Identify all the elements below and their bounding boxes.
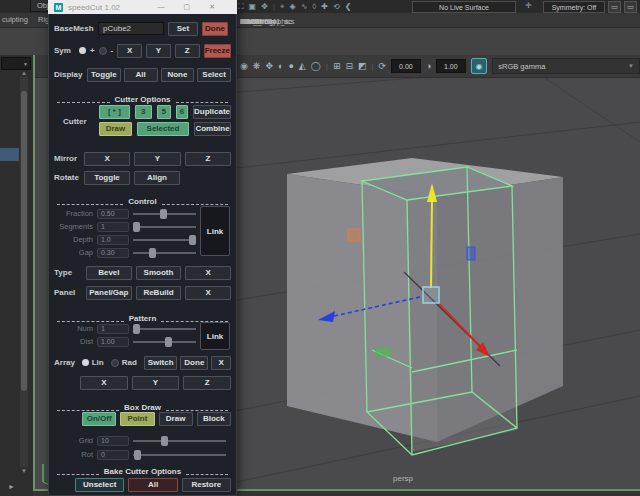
pattern-z-button[interactable]: Z bbox=[183, 376, 231, 390]
maximize-button[interactable]: ▢ bbox=[184, 3, 191, 11]
tab-malcolm341[interactable]: malcolm341_sc bbox=[240, 17, 292, 26]
xray-icon[interactable]: ⊟ bbox=[345, 61, 353, 71]
pattern-y-button[interactable]: Y bbox=[132, 376, 180, 390]
unselect-button[interactable]: Unselect bbox=[75, 478, 124, 492]
pattern-x-button[interactable]: X bbox=[80, 376, 128, 390]
basemesh-input[interactable] bbox=[98, 22, 164, 35]
aa-icon[interactable]: ◭ bbox=[299, 61, 306, 71]
no-live-surface-field[interactable]: No Live Surface bbox=[412, 1, 516, 13]
sym-y-button[interactable]: Y bbox=[146, 44, 171, 58]
control-link-button[interactable]: Link bbox=[200, 206, 230, 256]
symmetry-field[interactable]: Symmetry: Off bbox=[543, 1, 605, 13]
snap-plane-icon[interactable]: ◊ bbox=[312, 1, 316, 12]
depth-value[interactable]: 1.0 bbox=[97, 235, 129, 245]
panel-x-button[interactable]: X bbox=[185, 286, 231, 300]
wireframe-icon[interactable]: ◯ bbox=[311, 61, 321, 71]
done-button[interactable]: Done bbox=[202, 22, 228, 36]
ao-icon[interactable]: ● bbox=[288, 61, 293, 71]
selection-mask-icon[interactable]: ⛶ bbox=[238, 1, 244, 12]
color-management-icon[interactable]: ◉ bbox=[471, 58, 488, 74]
rotate-align-button[interactable]: Align bbox=[134, 171, 180, 185]
slider-handle[interactable] bbox=[149, 248, 156, 258]
array-lin-radio[interactable] bbox=[82, 359, 89, 366]
segments-slider[interactable] bbox=[133, 221, 196, 232]
camera-lock-icon[interactable]: ◉ bbox=[240, 61, 248, 71]
slider-handle[interactable] bbox=[165, 337, 172, 347]
texture-view-icon[interactable]: ◩ bbox=[358, 61, 367, 71]
close-button[interactable]: ✕ bbox=[209, 3, 215, 11]
num-value[interactable]: 1 bbox=[97, 324, 129, 334]
set-button[interactable]: Set bbox=[168, 22, 198, 36]
slider-handle[interactable] bbox=[134, 450, 141, 460]
speedcut-window[interactable]: M speedCut 1.02 — ▢ ✕ BaseMesh Set Done … bbox=[48, 0, 237, 496]
tab-sculpting[interactable]: culpting bbox=[2, 15, 28, 24]
light-icon[interactable]: ✥ bbox=[265, 61, 273, 71]
boxdraw-onoff-button[interactable]: On/Off bbox=[82, 412, 116, 426]
shadows-icon[interactable]: ◐ bbox=[278, 61, 283, 71]
slider-handle[interactable] bbox=[133, 324, 140, 334]
pattern-link-button[interactable]: Link bbox=[200, 322, 230, 350]
outliner-filter-dropdown[interactable]: ▼ bbox=[1, 57, 31, 70]
sym-z-button[interactable]: Z bbox=[175, 44, 200, 58]
segments-value[interactable]: 1 bbox=[97, 222, 129, 232]
switch-button[interactable]: Switch bbox=[144, 356, 178, 370]
object-mode-icon[interactable]: ✥ bbox=[261, 1, 268, 12]
restore-button[interactable]: Restore bbox=[182, 478, 231, 492]
cutter-3-button[interactable]: 3 bbox=[135, 105, 152, 119]
outliner-selected-row[interactable] bbox=[0, 148, 19, 161]
fraction-value[interactable]: 0.50 bbox=[97, 209, 129, 219]
num-slider[interactable] bbox=[133, 323, 196, 334]
exposure-field[interactable]: 0.00 bbox=[391, 59, 421, 73]
rotate-toggle-button[interactable]: Toggle bbox=[84, 171, 130, 185]
exposure-icon[interactable]: ⟳ bbox=[379, 61, 387, 71]
hierarchy-icon[interactable]: ▣ bbox=[249, 1, 257, 12]
type-x-button[interactable]: X bbox=[185, 266, 231, 280]
sym-plus-radio[interactable] bbox=[79, 47, 86, 54]
display-none-button[interactable]: None bbox=[161, 68, 195, 82]
bake-all-button[interactable]: All bbox=[128, 478, 177, 492]
mirror-x-button[interactable]: X bbox=[84, 152, 130, 166]
gamma-field[interactable]: 1.00 bbox=[436, 59, 466, 73]
outliner-scrollbar[interactable] bbox=[20, 77, 28, 467]
display-all-button[interactable]: All bbox=[124, 68, 158, 82]
colorspace-dropdown[interactable]: sRGB gamma ▼ bbox=[492, 58, 640, 74]
live-surface-icon[interactable]: ✛ bbox=[525, 1, 532, 10]
slider-handle[interactable] bbox=[160, 209, 167, 219]
array-rad-radio[interactable] bbox=[111, 359, 119, 367]
isolate-select-icon[interactable]: ⊞ bbox=[333, 61, 341, 71]
make-live-icon[interactable]: ✚ bbox=[321, 1, 328, 12]
render-settings-icon[interactable]: ❋ bbox=[253, 61, 261, 71]
slider-handle[interactable] bbox=[133, 222, 140, 232]
cutter-6-button[interactable]: 6 bbox=[176, 105, 188, 119]
window-titlebar[interactable]: M speedCut 1.02 — ▢ ✕ bbox=[48, 0, 237, 14]
fraction-slider[interactable] bbox=[133, 208, 196, 219]
scrollbar-thumb[interactable] bbox=[21, 91, 27, 391]
slider-handle[interactable] bbox=[189, 235, 196, 245]
display-select-button[interactable]: Select bbox=[197, 68, 231, 82]
freeze-button[interactable]: Freeze bbox=[204, 44, 231, 58]
mirror-y-button[interactable]: Y bbox=[134, 152, 180, 166]
combine-button[interactable]: Combine bbox=[194, 122, 231, 136]
undo-icon[interactable]: ❮ bbox=[345, 1, 352, 12]
gap-slider[interactable] bbox=[133, 247, 196, 258]
panelgap-button[interactable]: Panel/Gap bbox=[86, 286, 132, 300]
scroll-down-icon[interactable]: ▼ bbox=[21, 468, 27, 474]
depth-slider[interactable] bbox=[133, 234, 196, 245]
rot-slider[interactable] bbox=[133, 449, 226, 460]
sym-minus-radio[interactable] bbox=[99, 47, 107, 55]
bevel-button[interactable]: Bevel bbox=[86, 266, 132, 280]
cutter-5-button[interactable]: 5 bbox=[157, 105, 171, 119]
grid-value[interactable]: 10 bbox=[97, 436, 129, 446]
attribute-editor-icon[interactable]: ▭ bbox=[608, 1, 621, 13]
tool-settings-icon[interactable]: ▭ bbox=[624, 1, 637, 13]
gamma-icon[interactable]: ◑ bbox=[426, 61, 431, 71]
minimize-button[interactable]: — bbox=[158, 3, 165, 11]
snap-point-icon[interactable]: ∿ bbox=[301, 1, 308, 12]
display-toggle-button[interactable]: Toggle bbox=[87, 68, 121, 82]
sym-x-button[interactable]: X bbox=[117, 44, 142, 58]
rebuild-button[interactable]: ReBuild bbox=[136, 286, 182, 300]
smooth-button[interactable]: Smooth bbox=[136, 266, 182, 280]
dist-value[interactable]: 1.00 bbox=[97, 337, 129, 347]
gap-value[interactable]: 0.30 bbox=[97, 248, 129, 258]
boxdraw-point-button[interactable]: Point bbox=[120, 412, 154, 426]
